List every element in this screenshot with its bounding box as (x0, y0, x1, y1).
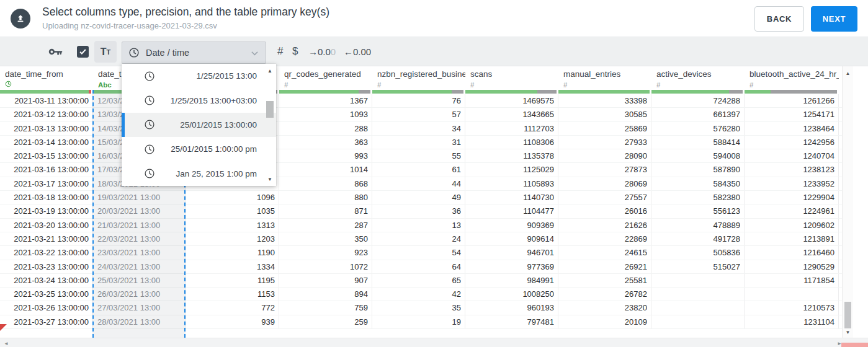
table-cell[interactable]: 977369 (465, 260, 558, 273)
back-button[interactable]: BACK (754, 6, 804, 32)
table-cell[interactable]: 939 (186, 315, 279, 328)
table-cell[interactable]: 65 (372, 274, 465, 287)
table-cell[interactable]: 1195 (186, 274, 279, 287)
table-cell[interactable]: 478889 (651, 219, 745, 232)
table-cell[interactable]: 30585 (558, 108, 651, 121)
table-cell[interactable]: 2021-03-15 13:00:00 (0, 149, 93, 162)
table-cell[interactable]: 923 (279, 246, 372, 259)
table-cell[interactable]: 724288 (651, 94, 745, 107)
boolean-type-checkbox[interactable] (77, 46, 89, 58)
horizontal-scroll-thumb[interactable] (841, 343, 868, 347)
table-cell[interactable]: 287 (279, 219, 372, 232)
table-cell[interactable]: 2021-03-20 13:00:00 (0, 219, 93, 232)
table-cell[interactable]: 993 (279, 149, 372, 162)
table-cell[interactable]: 2021-03-26 13:00:00 (0, 301, 93, 314)
table-cell[interactable]: 1072 (279, 260, 372, 273)
table-cell[interactable]: 1334 (186, 260, 279, 273)
table-cell[interactable]: 1242956 (745, 136, 839, 149)
table-cell[interactable]: 909614 (465, 232, 558, 245)
table-cell[interactable]: 13 (372, 219, 465, 232)
table-cell[interactable]: 1216460 (745, 246, 839, 259)
table-cell[interactable]: 871 (279, 204, 372, 217)
scroll-up-arrow[interactable]: ▲ (843, 71, 853, 76)
table-cell[interactable]: 582380 (651, 191, 745, 204)
table-cell[interactable]: 64 (372, 260, 465, 273)
table-cell[interactable]: 1190 (186, 246, 279, 259)
table-cell[interactable]: 2021-03-27 13:00:00 (0, 315, 93, 328)
table-cell[interactable]: 880 (279, 191, 372, 204)
scroll-up-arrow[interactable]: ▲ (266, 69, 274, 74)
table-cell[interactable]: 587890 (651, 163, 745, 176)
format-option[interactable]: Jan 25, 2015 1:00 pm (122, 162, 276, 186)
table-cell[interactable]: 20/03/2021 13:00 (93, 204, 186, 217)
scroll-thumb[interactable] (266, 101, 274, 118)
table-cell[interactable]: 24 (372, 232, 465, 245)
precision-decrease-button[interactable]: ←0.00 (344, 46, 371, 57)
table-cell[interactable]: 576280 (651, 122, 745, 135)
table-cell[interactable]: 1313 (186, 219, 279, 232)
table-cell[interactable]: 26/03/2021 13:00 (93, 288, 186, 301)
table-cell[interactable]: 27557 (558, 191, 651, 204)
table-cell[interactable]: 584350 (651, 177, 745, 190)
table-cell[interactable]: 2021-03-13 13:00:00 (0, 122, 93, 135)
table-cell[interactable]: 28069 (558, 177, 651, 190)
table-cell[interactable]: 1108306 (465, 136, 558, 149)
table-cell[interactable]: 31 (372, 136, 465, 149)
table-cell[interactable]: 35 (372, 301, 465, 314)
table-cell[interactable]: 2021-03-25 13:00:00 (0, 288, 93, 301)
table-cell[interactable]: 288 (279, 122, 372, 135)
table-cell[interactable]: 909369 (465, 219, 558, 232)
number-type-icon[interactable]: # (277, 45, 283, 58)
currency-type-icon[interactable]: $ (292, 45, 298, 58)
table-cell[interactable]: 868 (279, 177, 372, 190)
table-cell[interactable]: 24615 (558, 246, 651, 259)
table-cell[interactable]: 26016 (558, 204, 651, 217)
table-cell[interactable]: 25869 (558, 122, 651, 135)
table-cell[interactable]: 2021-03-21 13:00:00 (0, 232, 93, 245)
table-cell[interactable]: 363 (279, 136, 372, 149)
table-cell[interactable]: 1290529 (745, 260, 839, 273)
table-cell[interactable]: 36 (372, 204, 465, 217)
table-cell[interactable]: 2021-03-11 13:00:00 (0, 94, 93, 107)
table-cell[interactable]: 594008 (651, 149, 745, 162)
table-cell[interactable]: 661397 (651, 108, 745, 121)
table-cell[interactable]: 49 (372, 191, 465, 204)
table-cell[interactable]: 1367 (279, 94, 372, 107)
table-cell[interactable]: 1231104 (745, 315, 839, 328)
table-cell[interactable]: 2021-03-12 13:00:00 (0, 108, 93, 121)
table-cell[interactable] (651, 315, 745, 328)
table-cell[interactable]: 1261266 (745, 94, 839, 107)
precision-increase-button[interactable]: →0.00 (308, 46, 336, 57)
table-cell[interactable]: 1093 (279, 108, 372, 121)
table-cell[interactable]: 27/03/2021 13:00 (93, 301, 186, 314)
table-cell[interactable]: 946701 (465, 246, 558, 259)
table-cell[interactable]: 1153 (186, 288, 279, 301)
table-cell[interactable]: 350 (279, 232, 372, 245)
table-cell[interactable]: 259 (279, 315, 372, 328)
table-cell[interactable]: 21626 (558, 219, 651, 232)
format-option[interactable]: 25/01/2015 1:00:00 pm (122, 137, 276, 161)
table-cell[interactable]: 960193 (465, 301, 558, 314)
table-cell[interactable]: 23820 (558, 301, 651, 314)
table-cell[interactable] (651, 274, 745, 287)
table-cell[interactable]: 33398 (558, 94, 651, 107)
table-cell[interactable]: 2021-03-16 13:00:00 (0, 163, 93, 176)
table-cell[interactable]: 27873 (558, 163, 651, 176)
table-cell[interactable]: 27933 (558, 136, 651, 149)
table-cell[interactable]: 1233952 (745, 177, 839, 190)
table-cell[interactable]: 1105893 (465, 177, 558, 190)
table-cell[interactable]: 1224961 (745, 204, 839, 217)
table-cell[interactable]: 505836 (651, 246, 745, 259)
table-cell[interactable]: 42 (372, 288, 465, 301)
scroll-thumb[interactable] (844, 302, 851, 328)
column-header-date_time_from[interactable]: date_time_from (0, 66, 93, 90)
table-cell[interactable]: 894 (279, 288, 372, 301)
column-header-bluetooth_active_24_hr_[interactable]: bluetooth_active_24_hr_# (745, 66, 839, 90)
table-cell[interactable]: 57 (372, 108, 465, 121)
table-cell[interactable]: 1209602 (745, 219, 839, 232)
table-cell[interactable]: 28/03/2021 13:00 (93, 315, 186, 328)
table-cell[interactable]: 28090 (558, 149, 651, 162)
table-cell[interactable]: 515027 (651, 260, 745, 273)
table-cell[interactable]: 772 (186, 301, 279, 314)
table-cell[interactable]: 2021-03-14 13:00:00 (0, 136, 93, 149)
